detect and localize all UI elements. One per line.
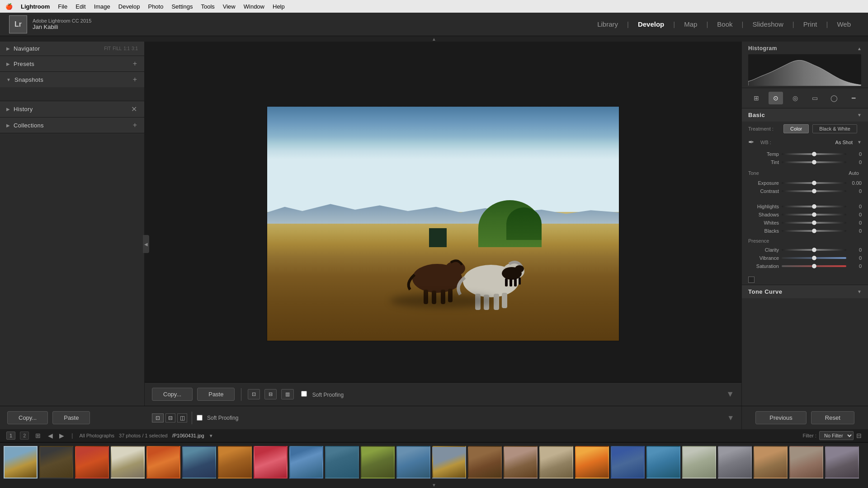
tint-track[interactable] [782, 161, 846, 163]
filename-label[interactable]: /P1060431.jpg [172, 433, 204, 438]
tab-library[interactable]: Library [589, 18, 626, 31]
copy-button[interactable]: Copy... [152, 388, 193, 401]
edit-menu[interactable]: Edit [75, 3, 85, 10]
blacks-track[interactable] [782, 230, 846, 232]
snapshots-header[interactable]: ▼ Snapshots + [0, 72, 144, 87]
filter-dropdown[interactable]: No Filter Flagged Rated Colored [819, 431, 854, 440]
filter-lock-btn[interactable]: ⊟ [856, 432, 862, 439]
filmstrip-thumb-7[interactable] [218, 446, 252, 479]
vibrance-track[interactable] [782, 257, 846, 259]
top-collapse[interactable]: ▲ [0, 36, 868, 42]
filmstrip-thumb-22[interactable] [754, 446, 788, 479]
compare-button[interactable]: ⊟ [264, 389, 277, 399]
tone-auto-button[interactable]: Auto [846, 169, 862, 177]
collections-header[interactable]: ▶ Collections + [0, 117, 144, 133]
filmstrip-thumb-24[interactable] [825, 446, 859, 479]
whites-track[interactable] [782, 222, 846, 224]
bottom-collapse-button[interactable]: ▼ [0, 482, 868, 488]
shadows-track[interactable] [782, 214, 846, 216]
view-expand-btn[interactable]: ▼ [727, 414, 734, 422]
side-by-side-btn[interactable]: ⊟ [165, 413, 175, 422]
page-2-btn[interactable]: 2 [20, 432, 29, 440]
clarity-track[interactable] [782, 249, 846, 251]
filmstrip-thumb-10[interactable] [325, 446, 359, 479]
wb-dropdown[interactable]: ▼ [857, 140, 862, 145]
contrast-track[interactable] [782, 190, 846, 192]
filmstrip-thumb-4[interactable] [111, 446, 145, 479]
left-collapse-button[interactable]: ◀ [143, 235, 149, 253]
tab-book[interactable]: Book [709, 18, 741, 31]
filmstrip-thumb-12[interactable] [396, 446, 430, 479]
panel-footer-icon[interactable] [748, 277, 755, 283]
tab-develop[interactable]: Develop [630, 18, 672, 31]
apple-menu[interactable]: 🍎 [5, 3, 13, 10]
filmstrip-thumb-14[interactable] [468, 446, 502, 479]
whites-thumb[interactable] [812, 221, 816, 225]
filmstrip-thumb-11[interactable] [361, 446, 395, 479]
next-nav-btn[interactable]: ▶ [58, 432, 65, 439]
help-menu[interactable]: Help [273, 3, 285, 10]
paste-settings-button[interactable]: Paste [52, 411, 90, 424]
image-menu[interactable]: Image [94, 3, 110, 10]
bw-treatment-btn[interactable]: Black & White [812, 124, 857, 133]
filmstrip-thumb-8[interactable] [254, 446, 288, 479]
filmstrip-thumb-19[interactable] [646, 446, 680, 479]
tone-path-icon[interactable]: ━ [846, 92, 861, 104]
page-1-btn[interactable]: 1 [6, 432, 15, 440]
wb-eyedropper[interactable]: ✒ [748, 138, 754, 146]
view-menu[interactable]: View [223, 3, 236, 10]
adjustment-tool-icon[interactable]: ◯ [827, 92, 841, 104]
tone-curve-section[interactable]: Tone Curve ▼ [742, 285, 868, 298]
shadows-thumb[interactable] [812, 212, 816, 217]
settings-menu[interactable]: Settings [171, 3, 193, 10]
filmstrip-thumb-15[interactable] [504, 446, 538, 479]
filmstrip-thumb-1[interactable] [4, 446, 38, 479]
nav-1to1[interactable]: 1:1 [123, 46, 130, 51]
nav-fit[interactable]: FIT [104, 46, 111, 51]
view-mode-button[interactable]: ⊡ [248, 389, 260, 399]
filmstrip-thumb-21[interactable] [718, 446, 752, 479]
filmstrip-thumb-23[interactable] [789, 446, 823, 479]
grid-view-btn[interactable]: ⊞ [33, 432, 42, 439]
filmstrip-thumb-2[interactable] [39, 446, 73, 479]
blacks-thumb[interactable] [812, 229, 816, 233]
file-menu[interactable]: File [58, 3, 67, 10]
tab-map[interactable]: Map [676, 18, 705, 31]
presets-add[interactable]: + [132, 60, 138, 68]
split-view-btn[interactable]: ◫ [177, 413, 187, 422]
filename-dropdown[interactable]: ▼ [209, 433, 213, 438]
reset-button[interactable]: Reset [811, 411, 854, 424]
basic-panel-header[interactable]: Basic ▼ [742, 108, 868, 122]
saturation-track[interactable] [782, 265, 846, 267]
tab-print[interactable]: Print [795, 18, 826, 31]
survey-button[interactable]: ▥ [281, 389, 294, 399]
view-options-arrow[interactable]: ▼ [726, 389, 734, 399]
collections-add[interactable]: + [132, 121, 138, 129]
filmstrip-thumb-18[interactable] [611, 446, 645, 479]
red-eye-tool-icon[interactable]: ◎ [788, 92, 802, 104]
contrast-thumb[interactable] [812, 189, 816, 193]
nav-3to1[interactable]: 3:1 [132, 46, 138, 51]
highlights-thumb[interactable] [812, 204, 816, 209]
filmstrip-thumb-5[interactable] [146, 446, 180, 479]
window-menu[interactable]: Window [244, 3, 264, 10]
prev-nav-btn[interactable]: ◀ [47, 432, 54, 439]
spot-heal-tool-icon[interactable]: ⊙ [769, 92, 783, 104]
crop-tool-icon[interactable]: ⊞ [749, 92, 764, 104]
photo-menu[interactable]: Photo [148, 3, 163, 10]
filmstrip-thumb-20[interactable] [682, 446, 716, 479]
single-view-btn[interactable]: ⊡ [152, 413, 164, 422]
filmstrip-thumb-17[interactable] [575, 446, 609, 479]
app-menu-lightroom[interactable]: Lightroom [21, 3, 50, 10]
presets-header[interactable]: ▶ Presets + [0, 56, 144, 71]
snapshots-add[interactable]: + [132, 75, 138, 84]
exposure-track[interactable] [782, 182, 846, 184]
filmstrip-thumb-13[interactable] [432, 446, 466, 479]
history-header[interactable]: ▶ History ✕ [0, 101, 144, 117]
develop-menu[interactable]: Develop [118, 3, 140, 10]
histogram-header[interactable]: Histogram ▲ [748, 45, 862, 52]
tools-menu[interactable]: Tools [201, 3, 214, 10]
history-clear[interactable]: ✕ [130, 105, 138, 113]
vibrance-thumb[interactable] [812, 256, 816, 260]
temp-thumb[interactable] [812, 152, 816, 156]
